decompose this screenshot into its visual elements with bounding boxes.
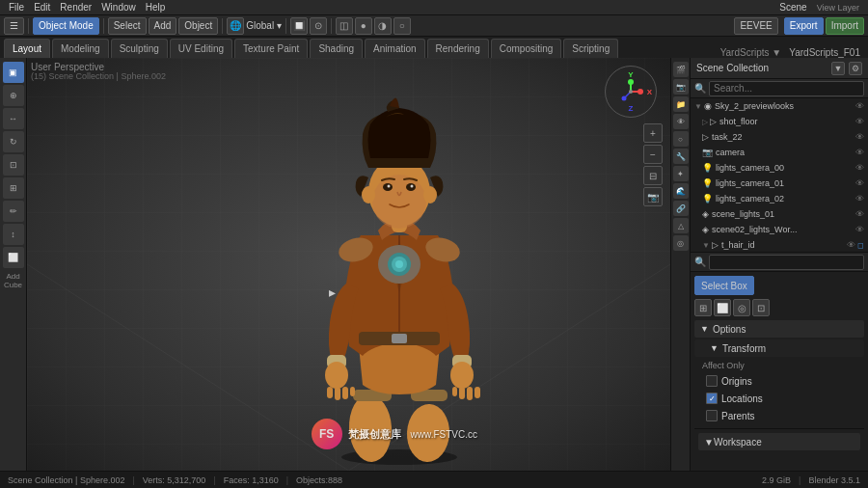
locations-checkbox[interactable]: ✓ [706,393,718,404]
global-btn[interactable]: 🌐 [227,17,244,35]
visibility-icon-0[interactable]: 👁 [855,101,864,111]
tool-annotate[interactable]: ✏ [3,201,24,222]
tool-mode-1[interactable]: ⊞ [694,299,712,316]
zoom-extents-btn[interactable]: ⊟ [643,166,663,185]
panel-settings-btn[interactable]: ⚙ [849,62,862,75]
tab-shading-label: Shading [318,43,354,54]
viewport-3d[interactable]: User Perspective (15) Scene Collection |… [27,58,670,471]
visibility-icon-6[interactable]: 👁 [855,194,864,203]
tool-measure[interactable]: ↕ [3,224,24,245]
rmt-object-btn[interactable]: ○ [673,131,689,147]
tab-shading[interactable]: Shading [310,39,363,58]
editor-type-btn[interactable]: ☰ [4,17,24,35]
tool-rotate[interactable]: ↻ [3,131,24,152]
outliner-item-label-1: shot_floor [719,117,758,126]
menu-edit[interactable]: Edit [29,0,55,14]
outliner-item-0[interactable]: ▼ ◉ Sky_2_previewlooks 👁 [691,98,868,114]
tool-transform[interactable]: ⊞ [3,177,24,199]
outliner-item-8[interactable]: ◈ scene02_lights_Wor... 👁 [691,222,868,237]
tab-uv[interactable]: UV Editing [170,39,232,58]
outliner-item-5[interactable]: 💡 lights_camera_01 👁 [691,176,868,191]
shading-render-btn[interactable]: ○ [393,17,411,35]
origins-checkbox[interactable] [706,375,718,387]
visibility-icon-9[interactable]: 👁 [847,240,855,250]
tool-select-box[interactable]: ▣ [3,62,24,83]
tab-animation[interactable]: Animation [365,39,424,58]
shading-wire-btn[interactable]: ◫ [336,17,353,35]
character-model [274,62,525,467]
viewport-nav-buttons: + − ⊟ 📷 [643,123,663,206]
menu-render[interactable]: Render [55,0,96,14]
panel-filter-btn[interactable]: ▼ [831,62,845,75]
rmt-output-btn[interactable]: 📁 [673,96,689,112]
rmt-view-btn[interactable]: 👁 [673,114,689,129]
cam-icon: 📷 [702,148,713,157]
outliner-item-label-8: scene02_lights_Wor... [712,225,797,234]
outliner-search-input[interactable] [709,81,864,96]
properties-search-input[interactable] [709,255,864,270]
gizmo-circle: X Y Z [605,66,657,118]
shading-mat-btn[interactable]: ◑ [374,17,392,35]
parents-checkbox[interactable] [706,410,718,421]
object-menu-btn[interactable]: Object [178,17,218,35]
tab-scripting[interactable]: Scripting [563,39,618,58]
select-box-prop-btn[interactable]: Select Box [694,276,754,295]
sep-status-3: | [286,475,288,485]
outliner-item-6[interactable]: 💡 lights_camera_02 👁 [691,191,868,206]
workspace-header[interactable]: ▼ Workspace [698,433,860,450]
viewport-gizmo[interactable]: X Y Z [605,66,663,123]
tool-scale[interactable]: ⊡ [3,154,24,176]
options-header[interactable]: ▼ Options [694,320,864,338]
tab-modeling[interactable]: Modeling [52,39,109,58]
outliner-item-label-4: lights_camera_00 [716,163,784,173]
select-menu-btn[interactable]: Select [108,17,147,35]
rmt-modifier-btn[interactable]: 🔧 [673,149,689,164]
rmt-particle-btn[interactable]: ✦ [673,166,689,181]
tab-compositing[interactable]: Compositing [491,39,562,58]
visibility-icon-4[interactable]: 👁 [855,163,864,173]
camera-view-btn[interactable]: 📷 [643,187,663,206]
rmt-material-btn[interactable]: ◎ [673,235,689,251]
outliner-item-7[interactable]: ◈ scene_lights_01 👁 [691,206,868,222]
tool-add-cube[interactable]: ⬜ [3,247,24,268]
add-menu-btn[interactable]: Add [149,17,177,35]
menu-help[interactable]: Help [141,0,171,14]
tool-move[interactable]: ↔ [3,108,24,129]
prop-edit-btn[interactable]: ⊙ [310,17,327,35]
tab-rendering[interactable]: Rendering [427,39,489,58]
tool-mode-3[interactable]: ◎ [733,299,750,316]
tab-texture[interactable]: Texture Paint [234,39,308,58]
menu-file[interactable]: File [4,0,29,14]
outliner-item-1[interactable]: ▷ ▷ shot_floor 👁 [691,114,868,129]
tool-cursor[interactable]: ⊕ [3,85,24,106]
outliner-item-9[interactable]: ▼ ▷ t_hair_id 👁 ◻ [691,237,868,253]
menu-window[interactable]: Window [96,0,141,14]
visibility-icon-2[interactable]: 👁 [855,132,864,142]
zoom-in-btn[interactable]: + [643,123,663,143]
transform-header[interactable]: ▼ Transform [694,339,864,357]
outliner-item-3[interactable]: 📷 camera 👁 [691,145,868,160]
shading-solid-btn[interactable]: ● [355,17,372,35]
zoom-out-btn[interactable]: − [643,145,663,164]
rmt-scene-btn[interactable]: 🎬 [673,62,689,77]
engine-select-btn[interactable]: EEVEE [734,17,777,35]
visibility-icon-3[interactable]: 👁 [855,148,864,157]
tab-sculpting[interactable]: Sculpting [111,39,168,58]
visibility-icon-1[interactable]: 👁 [855,117,864,126]
tab-layout[interactable]: Layout [4,39,50,58]
tool-mode-2[interactable]: ⬜ [714,299,731,316]
visibility-icon-5[interactable]: 👁 [855,178,864,188]
visibility-icon-7[interactable]: 👁 [855,209,864,219]
rmt-physics-btn[interactable]: 🌊 [673,183,689,199]
rmt-render-btn[interactable]: 📷 [673,79,689,95]
outliner-item-2[interactable]: ▷ task_22 👁 [691,129,868,145]
rmt-data-btn[interactable]: △ [673,218,689,233]
import-btn[interactable]: Import [826,17,864,35]
tool-mode-4[interactable]: ⊡ [752,299,770,316]
mode-select-btn[interactable]: Object Mode [33,17,99,35]
snap-btn[interactable]: 🔲 [290,17,308,35]
export-btn[interactable]: Export [784,17,824,35]
rmt-constraint-btn[interactable]: 🔗 [673,201,689,216]
visibility-icon-8[interactable]: 👁 [855,225,864,234]
outliner-item-4[interactable]: 💡 lights_camera_00 👁 [691,160,868,176]
